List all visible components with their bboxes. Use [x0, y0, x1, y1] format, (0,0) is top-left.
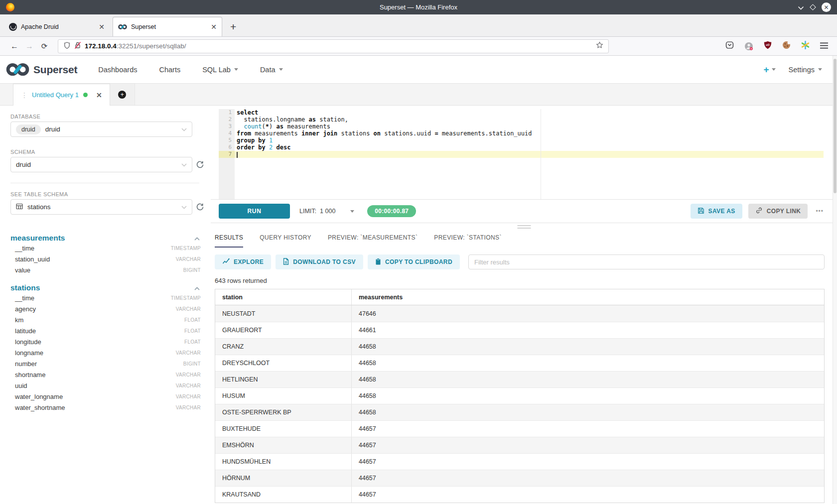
superset-brand[interactable]: Superset	[6, 62, 77, 77]
url-bar[interactable]: 172.18.0.4:32251/superset/sqllab/	[58, 39, 609, 53]
table-row: BUXTEHUDE44657	[215, 420, 824, 437]
sql-token: join	[323, 130, 337, 137]
close-query-tab-icon[interactable]: ✕	[96, 91, 102, 99]
browser-tab-apache-druid[interactable]: Apache Druid ✕	[4, 17, 110, 36]
column-row: shortnameVARCHAR	[10, 369, 201, 380]
sql-token: =	[434, 130, 438, 137]
shield-icon[interactable]	[63, 41, 71, 51]
hamburger-menu-icon[interactable]	[820, 42, 828, 51]
more-options-button[interactable]: •••	[816, 208, 824, 215]
download-csv-button[interactable]: DOWNLOAD TO CSV	[276, 254, 363, 269]
editor-code[interactable]: select stations.longname as station, cou…	[235, 109, 824, 200]
gutter-line-number: 5	[219, 137, 235, 144]
database-select[interactable]: druid druid	[10, 122, 192, 137]
row-count-text: 643 rows returned	[215, 277, 825, 284]
window-minimize-icon[interactable]	[798, 3, 804, 12]
table-row: EMSHÖRN44657	[215, 437, 824, 453]
nav-label: SQL Lab	[202, 66, 231, 74]
account-icon[interactable]	[744, 42, 753, 51]
results-tab[interactable]: RESULTS	[215, 234, 243, 248]
sql-token: as	[277, 123, 283, 130]
browser-tab-superset[interactable]: Superset ✕	[113, 17, 222, 36]
refresh-table-icon[interactable]	[196, 203, 204, 213]
column-name: water_longname	[15, 393, 63, 400]
column-type: FLOAT	[184, 317, 201, 323]
nav-item-data[interactable]: Data	[260, 66, 283, 74]
collapse-chevron-icon[interactable]	[194, 283, 200, 292]
tab-close-icon[interactable]: ✕	[211, 23, 217, 31]
results-tab[interactable]: PREVIEW: `STATIONS`	[434, 234, 502, 248]
pane-drag-handle[interactable]	[517, 225, 531, 230]
drag-dots-icon[interactable]: ⋮	[21, 91, 27, 99]
query-tab-untitled[interactable]: ⋮ Untitled Query 1 ✕	[13, 84, 110, 106]
column-name: station_uuid	[15, 255, 50, 263]
table-select[interactable]: stations	[10, 199, 192, 215]
nav-item-dashboards[interactable]: Dashboards	[98, 66, 137, 74]
column-row: agencyVARCHAR	[10, 303, 201, 314]
back-button[interactable]: ←	[7, 42, 22, 51]
chevron-down-icon	[350, 210, 354, 213]
forward-button[interactable]: →	[22, 42, 37, 51]
cookie-icon[interactable]	[782, 41, 791, 51]
filter-results-input[interactable]	[468, 254, 825, 269]
chevron-down-icon	[181, 126, 187, 133]
status-dot	[83, 93, 88, 97]
gutter-line-number: 7	[219, 151, 235, 158]
add-new-button[interactable]: +	[763, 64, 775, 75]
schema-table-name[interactable]: measurements	[10, 234, 65, 243]
extension-asterisk-icon[interactable]	[801, 41, 810, 51]
save-as-button[interactable]: SAVE AS	[691, 204, 742, 219]
nav-item-charts[interactable]: Charts	[159, 66, 180, 74]
column-header-measurements[interactable]: measurements	[352, 289, 824, 305]
window-maximize-icon[interactable]	[810, 4, 816, 10]
pocket-icon[interactable]	[725, 41, 734, 51]
explore-button[interactable]: EXPLORE	[215, 254, 271, 269]
copy-clipboard-button[interactable]: COPY TO CLIPBOARD	[368, 254, 460, 269]
column-type: VARCHAR	[176, 383, 201, 388]
sql-token: desc	[277, 144, 291, 151]
insecure-lock-icon[interactable]	[74, 41, 81, 51]
cell-station: GRAUERORT	[215, 322, 352, 338]
new-tab-button[interactable]: +	[230, 21, 236, 32]
window-close-icon[interactable]: ✕	[822, 2, 831, 12]
schema-table-name[interactable]: stations	[10, 283, 40, 292]
schema-section: measurements__timeTIMESTAMPstation_uuidV…	[10, 234, 201, 275]
gutter-line-number: 4	[219, 130, 235, 137]
cell-station: NEUSTADT	[215, 305, 352, 322]
limit-value: 1 000	[320, 208, 335, 215]
bookmark-star-icon[interactable]	[596, 41, 603, 51]
ublock-icon[interactable]: uO	[764, 41, 772, 51]
scrollbar-thumb[interactable]	[834, 59, 837, 193]
column-name: shortname	[15, 371, 45, 378]
copy-link-button[interactable]: COPY LINK	[748, 204, 808, 219]
new-query-tab-button[interactable]: +	[110, 84, 135, 105]
column-header-station[interactable]: station	[215, 289, 352, 305]
sql-token: station,	[316, 116, 348, 123]
cell-station: CRANZ	[215, 339, 352, 355]
copy-link-label: COPY LINK	[767, 208, 801, 215]
code-line: group by 1	[235, 137, 824, 144]
refresh-schema-icon[interactable]	[196, 160, 204, 171]
collapse-chevron-icon[interactable]	[194, 234, 200, 243]
page-scrollbar[interactable]	[833, 56, 837, 504]
results-tab[interactable]: QUERY HISTORY	[260, 234, 311, 248]
settings-menu[interactable]: Settings	[789, 66, 822, 74]
column-row: numberBIGINT	[10, 358, 201, 369]
cell-station: HUSUM	[215, 388, 352, 404]
sql-editor[interactable]: 1234567 select stations.longname as stat…	[219, 109, 824, 200]
nav-item-sql-lab[interactable]: SQL Lab	[202, 66, 238, 74]
nav-label: Charts	[159, 66, 180, 74]
cell-measurements: 44657	[352, 487, 824, 503]
sql-token: measurements.station_uuid	[438, 130, 532, 137]
limit-label: LIMIT:	[299, 208, 316, 215]
explore-label: EXPLORE	[234, 258, 264, 265]
reload-button[interactable]: ⟳	[37, 42, 52, 51]
url-text[interactable]: 172.18.0.4:32251/superset/sqllab/	[85, 42, 186, 50]
limit-dropdown[interactable]: LIMIT: 1 000	[299, 208, 354, 215]
browser-tabbar: Apache Druid ✕ Superset ✕ +	[0, 14, 837, 37]
sql-token: by	[258, 144, 265, 151]
tab-close-icon[interactable]: ✕	[99, 23, 105, 31]
schema-select[interactable]: druid	[10, 157, 192, 172]
results-tab[interactable]: PREVIEW: `MEASUREMENTS`	[328, 234, 418, 248]
run-button[interactable]: RUN	[219, 204, 290, 219]
